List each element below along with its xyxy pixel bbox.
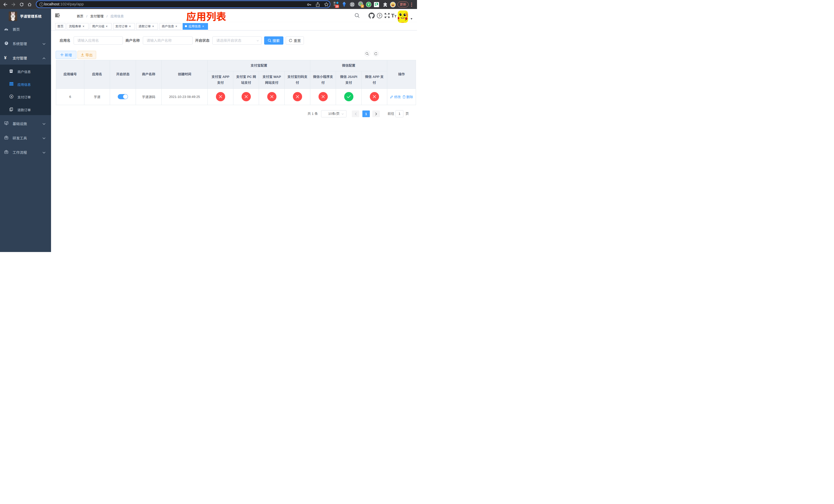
svg-text:1: 1	[361, 5, 363, 7]
svg-text:10: 10	[335, 5, 338, 8]
svg-text:?: ?	[378, 14, 380, 18]
svg-text:Y: Y	[368, 3, 370, 6]
svg-text:¥: ¥	[11, 95, 12, 98]
svg-text:T: T	[391, 13, 394, 18]
svg-text:T: T	[394, 14, 396, 18]
